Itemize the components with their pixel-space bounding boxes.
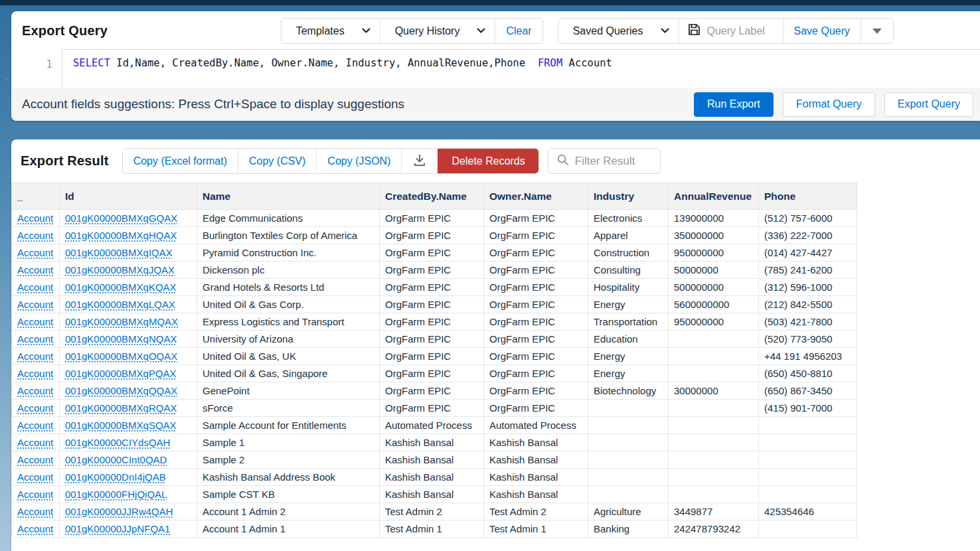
phone-cell	[759, 469, 857, 486]
record-id-link[interactable]: 001gK00000BMXqOQAX	[65, 351, 177, 362]
record-id-link[interactable]: 001gK00000BMXqRQAX	[65, 402, 177, 414]
record-id-link[interactable]: 001gK00000BMXqIQAX	[65, 247, 173, 258]
record-id-link[interactable]: 001gK00000BMXqSQAX	[65, 420, 177, 431]
filter-result-input[interactable]	[575, 155, 653, 168]
soql-fields: Id,Name, CreatedBy.Name, Owner.Name, Ind…	[110, 57, 532, 69]
annual-revenue-cell	[669, 434, 759, 451]
record-id-link[interactable]: 001gK00000BMXqQQAX	[65, 385, 177, 396]
export-query-title: Export Query	[22, 23, 108, 39]
download-button[interactable]	[401, 149, 438, 173]
record-type-link[interactable]: Account	[17, 368, 53, 379]
templates-select[interactable]: Templates	[282, 19, 380, 43]
record-type-cell: Account	[12, 262, 60, 279]
copy-csv-button[interactable]: Copy (CSV)	[238, 149, 316, 173]
record-type-link[interactable]: Account	[17, 420, 53, 431]
record-type-cell: Account	[12, 469, 60, 486]
record-type-link[interactable]: Account	[17, 281, 53, 293]
annual-revenue-cell: 242478793242	[669, 520, 759, 538]
record-type-link[interactable]: Account	[17, 264, 53, 276]
record-id-link[interactable]: 001gK00000BMXqMQAX	[65, 316, 178, 327]
record-id-link[interactable]: 001gK00000CIYdsQAH	[65, 437, 170, 448]
record-id-link[interactable]: 001gK00000JJRw4QAH	[65, 506, 173, 517]
record-type-link[interactable]: Account	[17, 437, 53, 448]
export-query-button[interactable]: Export Query	[884, 92, 973, 117]
owner-cell: Kashish Bansal	[484, 434, 588, 451]
saved-queries-select[interactable]: Saved Queries	[558, 19, 679, 43]
record-id-link[interactable]: 001gK00000BMXqPQAX	[65, 368, 177, 379]
record-id-cell: 001gK00000JJpNFQA1	[60, 520, 197, 538]
record-type-link[interactable]: Account	[17, 489, 53, 500]
record-id-link[interactable]: 001gK00000BMXqKQAX	[65, 281, 177, 293]
record-id-link[interactable]: 001gK00000BMXqLQAX	[65, 299, 175, 310]
table-row: Account001gK00000BMXqLQAXUnited Oil & Ga…	[12, 296, 857, 313]
record-type-link[interactable]: Account	[17, 506, 53, 517]
industry-cell	[588, 486, 669, 503]
record-type-link[interactable]: Account	[17, 523, 53, 534]
phone-cell	[759, 417, 857, 434]
record-type-link[interactable]: Account	[17, 316, 53, 327]
record-type-link[interactable]: Account	[17, 333, 53, 345]
annual-revenue-cell: 139000000	[669, 210, 759, 227]
owner-cell: Test Admin 2	[484, 503, 588, 520]
phone-cell: (336) 222-7000	[759, 227, 857, 244]
record-type-link[interactable]: Account	[17, 212, 53, 224]
record-id-link[interactable]: 001gK00000BMXqHQAX	[65, 230, 177, 241]
created-by-cell: OrgFarm EPIC	[380, 382, 484, 400]
clear-history-button[interactable]: Clear	[495, 19, 542, 43]
table-row: Account001gK00000BMXqMQAXExpress Logisti…	[12, 313, 857, 331]
query-history-select[interactable]: Query History	[380, 19, 495, 43]
save-query-button[interactable]: Save Query	[783, 19, 860, 43]
record-id-cell: 001gK00000BMXqMQAX	[60, 313, 197, 331]
record-id-link[interactable]: 001gK00000BMXqNQAX	[65, 333, 177, 345]
record-type-link[interactable]: Account	[17, 247, 53, 258]
query-label-input[interactable]	[707, 25, 775, 37]
record-id-cell: 001gK00000BMXqJQAX	[60, 262, 197, 279]
industry-cell: Banking	[588, 520, 669, 538]
chevron-down-icon	[661, 28, 669, 34]
column-header-createdby-name: CreatedBy.Name	[380, 183, 484, 210]
created-by-cell: OrgFarm EPIC	[380, 210, 484, 227]
record-type-link[interactable]: Account	[17, 351, 53, 362]
record-id-link[interactable]: 001gK00000DnI4jQAB	[65, 471, 166, 483]
record-id-link[interactable]: 001gK00000BMXqGQAX	[65, 212, 177, 224]
record-type-cell: Account	[12, 451, 60, 469]
record-id-cell: 001gK00000BMXqOQAX	[60, 348, 197, 365]
copy-excel-button[interactable]: Copy (Excel format)	[123, 149, 238, 173]
created-by-cell: OrgFarm EPIC	[380, 365, 484, 382]
phone-cell: (415) 901-7000	[759, 400, 857, 417]
record-type-link[interactable]: Account	[17, 402, 53, 414]
table-row: Account001gK00000BMXqHQAXBurlington Text…	[12, 227, 857, 244]
delete-records-button[interactable]: Delete Records	[438, 149, 538, 173]
soql-object: Account	[562, 57, 612, 69]
suggestions-hint: Account fields suggestions: Press Ctrl+S…	[22, 97, 404, 112]
soql-code-input[interactable]: SELECT Id,Name, CreatedBy.Name, Owner.Na…	[62, 49, 980, 89]
run-export-button[interactable]: Run Export	[694, 92, 774, 117]
saved-queries-select-label: Saved Queries	[573, 25, 643, 37]
industry-cell	[588, 434, 669, 451]
record-id-link[interactable]: 001gK00000FHjQiQAL	[65, 489, 167, 500]
record-type-link[interactable]: Account	[17, 454, 53, 465]
record-id-link[interactable]: 001gK00000BMXqJQAX	[65, 264, 175, 276]
save-query-menu-button[interactable]	[860, 19, 893, 43]
name-cell: Account 1 Admin 1	[197, 520, 380, 538]
industry-cell: Energy	[588, 365, 669, 382]
record-id-link[interactable]: 001gK00000JJpNFQA1	[65, 523, 170, 534]
record-type-link[interactable]: Account	[17, 230, 53, 241]
created-by-cell: Kashish Bansal	[380, 469, 484, 486]
record-type-cell: Account	[12, 400, 60, 417]
phone-cell	[759, 434, 857, 451]
industry-cell	[588, 417, 669, 434]
record-type-cell: Account	[12, 313, 60, 331]
table-row: Account001gK00000FHjQiQALSample CST KBKa…	[12, 486, 857, 503]
created-by-cell: Automated Process	[380, 417, 484, 434]
record-type-link[interactable]: Account	[17, 385, 53, 396]
record-type-cell: Account	[12, 210, 60, 227]
copy-json-button[interactable]: Copy (JSON)	[316, 149, 401, 173]
record-type-link[interactable]: Account	[17, 471, 53, 483]
record-type-link[interactable]: Account	[17, 299, 53, 310]
record-id-link[interactable]: 001gK00000CInt0QAD	[65, 454, 167, 465]
format-query-button[interactable]: Format Query	[783, 92, 875, 117]
owner-cell: Automated Process	[484, 417, 588, 434]
record-id-cell: 001gK00000BMXqQQAX	[60, 382, 197, 400]
name-cell: United Oil & Gas, Singapore	[197, 365, 380, 382]
